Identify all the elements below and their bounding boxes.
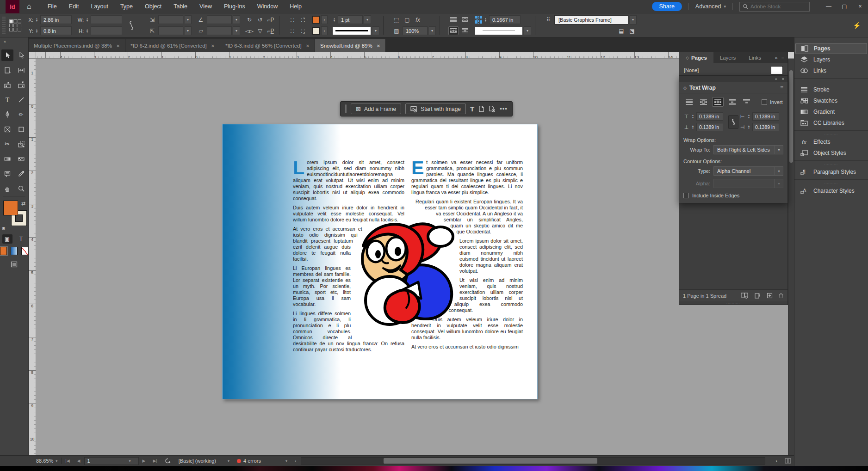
pencil-tool[interactable]: ✏ [15,109,27,120]
delete-page-icon[interactable] [778,293,784,299]
dock-grip[interactable]: ∙∙∙∙∙∙∙∙∙∙ [794,131,868,136]
select-prev-icon[interactable]: ⸬ [288,28,297,34]
h-stepper[interactable]: ▴▾ [85,29,89,33]
direct-selection-tool[interactable] [15,49,27,61]
dock-grip[interactable]: ∙∙∙∙∙∙∙∙∙∙ [794,37,868,43]
wrap-bounding-box-button[interactable] [698,97,709,107]
selection-tool[interactable] [1,49,13,61]
preflight-status[interactable]: 4 errors ▾ [233,458,291,464]
next-page-button[interactable]: ▶ [139,459,149,463]
rotate-cw-icon[interactable]: ↻ [245,17,254,23]
minimize-button[interactable]: — [821,0,837,13]
select-content-icon[interactable]: ⌐P̲ [266,28,275,34]
type-tool[interactable]: T [1,94,13,105]
shear-dropdown[interactable]: ▾ [233,26,240,35]
spread-view-icon[interactable] [741,293,749,299]
pen-tool[interactable] [1,109,13,120]
preflight-icon[interactable] [161,458,175,464]
scroll-right-button[interactable]: › [772,458,781,464]
formatting-affects-text[interactable]: T [16,234,26,244]
x-stepper[interactable]: ▴▾ [35,18,39,22]
stroke-weight-field[interactable]: 1 pt [338,15,363,24]
ruler-origin[interactable] [29,52,36,59]
scale-x-field[interactable] [158,15,183,24]
close-tab-icon[interactable]: ✕ [377,43,380,49]
content-placer-tool[interactable] [15,79,27,91]
wrap-object-shape-button[interactable] [448,26,459,35]
stroke-weight-dropdown[interactable]: ▾ [364,15,371,24]
menu-item[interactable]: View [193,0,218,13]
menu-item[interactable]: Help [284,0,308,13]
panel-grip[interactable] [2,17,6,34]
page-transitions-icon[interactable] [754,293,761,299]
wrap-jump-object-button[interactable] [726,97,738,107]
screen-mode-button[interactable] [9,260,19,269]
last-page-button[interactable]: ▶| [149,459,161,463]
vertical-ruler[interactable]: 101234567891011 [29,59,36,455]
scale-y-dropdown[interactable]: ▾ [185,26,192,35]
panel-menu-icon[interactable]: ≡ [780,85,783,91]
close-panel-icon[interactable]: × [782,77,784,81]
top-offset-stepper[interactable]: ▴▾ [691,114,695,119]
rectangle-tool[interactable] [15,123,27,135]
dock-item-swatches[interactable]: Swatches [795,95,867,106]
fill-proxy-swatch[interactable] [3,201,18,215]
menu-item[interactable]: Object [139,0,167,13]
wrap-to-dropdown[interactable]: Both Right & Left Sides ▾ [713,145,783,154]
reference-point-proxy[interactable] [9,19,21,31]
close-tab-icon[interactable]: ✕ [116,43,120,49]
scissors-tool[interactable]: ✂ [1,138,13,150]
shear-field[interactable] [207,26,232,35]
apply-gradient-button[interactable] [11,247,18,255]
panel-tab-layers[interactable]: Layers [713,52,743,63]
maximize-button[interactable]: ▢ [837,0,852,13]
adobe-stock-input[interactable] [750,4,801,9]
close-tab-icon[interactable]: ✕ [211,43,215,49]
dock-item-character-styles[interactable]: A Character Styles [795,185,867,196]
wrap-object-shape-button[interactable] [712,97,724,107]
new-document-button[interactable] [489,105,496,112]
bottom-offset-field[interactable]: 0.1389 in [696,123,723,131]
contour-type-dropdown[interactable]: Alpha Channel ▾ [713,166,783,176]
stroke-style-dropdown[interactable] [332,27,371,35]
panel-tab-pages[interactable]: ◇ Pages [679,52,713,63]
right-offset-stepper[interactable]: ▴▾ [747,125,751,129]
stroke-swatch[interactable] [312,27,320,35]
collapse-panel-icon[interactable]: « [775,77,777,81]
constrain-proportions-icon[interactable] [128,20,135,31]
select-container-icon[interactable]: ⌐P [266,17,275,23]
eyedropper-tool[interactable] [15,168,27,179]
dock-item-gradient[interactable]: Gradient [795,106,867,117]
y-field[interactable]: 0.8 in [40,26,72,35]
quick-apply-icon[interactable]: ⬓ [617,28,626,34]
link-offsets-icon[interactable] [728,115,738,129]
opacity-field[interactable]: 100% [403,26,428,35]
dock-item-paragraph-styles[interactable]: ¶ Paragraph Styles [795,166,867,177]
y-stepper[interactable]: ▴▾ [35,29,39,33]
fill-dropdown[interactable]: › [321,15,328,24]
close-button[interactable]: × [852,0,868,13]
document-tab[interactable]: *ID 6-3.indd @ 56% [Converted] ✕ [220,39,315,52]
panel-diamond-icon[interactable]: ◇ [683,86,687,90]
menu-item[interactable]: Layout [85,0,114,13]
horizontal-scrollbar[interactable] [301,457,765,465]
flip-vertical-icon[interactable]: ▽ [255,28,265,34]
clear-overrides-icon[interactable]: ⬔ [627,28,637,34]
note-tool[interactable] [1,168,13,179]
stroke-style-chevron[interactable]: ▾ [372,26,379,35]
object-style-chevron[interactable]: ▾ [630,15,637,24]
formatting-affects-container[interactable]: ▣ [2,234,12,244]
add-page-button[interactable] [478,105,484,112]
frame-tool[interactable] [1,123,13,135]
menu-item[interactable]: Type [114,0,139,13]
indesign-logo[interactable]: Id [6,0,19,13]
h-field[interactable] [91,26,122,35]
horizontal-scrollbar-thumb[interactable] [384,458,597,464]
wrap-jump-object-button[interactable] [460,26,470,35]
expand-panel-icon[interactable]: » [775,55,777,61]
vertical-scrollbar-thumb[interactable] [789,70,793,163]
menu-item[interactable]: Table [167,0,193,13]
snowball-cartoon-image[interactable] [355,215,458,326]
zoom-tool[interactable] [15,183,27,194]
start-with-image-button[interactable]: Start with Image [405,104,466,114]
